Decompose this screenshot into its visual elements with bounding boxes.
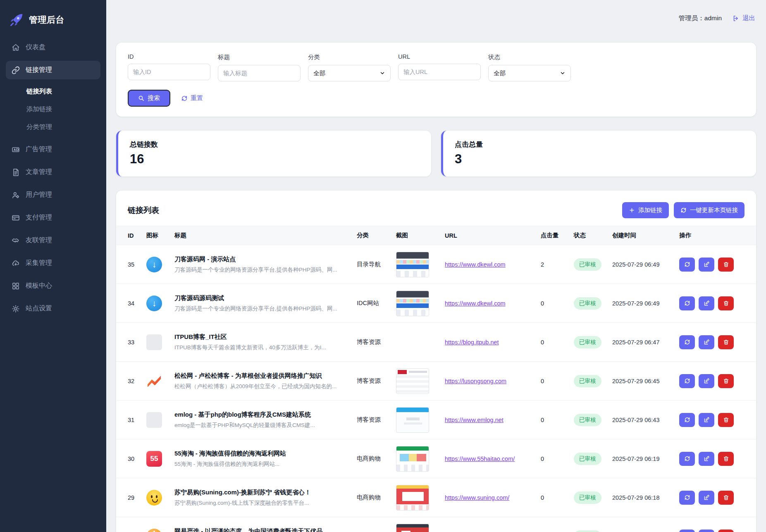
filter-category-label: 分类 [308,53,391,61]
sync-icon [680,207,687,213]
link-url[interactable]: https://www.55haitao.com/ [445,456,520,462]
created-time: 2025-07-29 06:19 [612,456,679,462]
row-edit-button[interactable] [699,335,714,349]
sidebar-item[interactable]: 友联管理 [6,231,100,250]
row-edit-button[interactable] [699,452,714,466]
refresh-icon [684,300,690,306]
link-url[interactable]: https://lusongsong.com [445,378,512,384]
link-url[interactable]: https://www.dkewl.com [445,300,511,307]
sidebar-item[interactable]: 仪表盘 [6,38,100,57]
link-category: IDC网站 [357,299,396,307]
reset-button[interactable]: 重置 [181,94,203,102]
row-delete-button[interactable] [718,374,734,388]
category-select[interactable]: 全部 [308,65,391,81]
refresh-icon [684,417,690,423]
filter-card: ID 标题 分类 全部 URL 状态 全部 [116,43,756,117]
row-refresh-button[interactable] [679,413,695,427]
logout-button[interactable]: 退出 [733,14,755,23]
search-button[interactable]: 搜索 [128,90,170,107]
sidebar-item-icon [12,66,20,74]
row-id: 35 [128,261,146,268]
sidebar-item[interactable]: 站点设置 [6,299,100,318]
screenshot-thumbnail[interactable] [396,524,429,532]
filter-id-input[interactable] [128,64,210,80]
screenshot-thumbnail[interactable] [396,368,429,394]
created-time: 2025-07-29 06:18 [612,494,679,501]
main-area: 管理员：admin 退出 ID 标题 分类 全部 [106,0,766,532]
row-refresh-button[interactable] [679,335,695,349]
row-refresh-button[interactable] [679,374,695,388]
link-url[interactable]: https://www.suning.com/ [445,494,515,501]
screenshot-thumbnail[interactable] [396,407,429,433]
sidebar-item-label: 友联管理 [26,236,52,245]
add-link-label: 添加链接 [638,206,662,214]
sidebar-item[interactable]: 文章管理 [6,163,100,181]
row-delete-button[interactable] [718,413,734,427]
row-refresh-button[interactable] [679,258,695,272]
sidebar-item[interactable]: 模板中心 [6,277,100,295]
chevron-down-icon [560,70,566,76]
row-delete-button[interactable] [718,258,734,272]
sidebar-item-icon [12,236,20,245]
row-id: 33 [128,339,146,346]
col-category: 分类 [357,231,396,239]
sidebar-item[interactable]: 广告管理 [6,140,100,159]
sidebar-item-label: 模板中心 [26,282,52,290]
add-link-button[interactable]: 添加链接 [622,202,669,218]
row-delete-button[interactable] [718,335,734,349]
row-delete-button[interactable] [718,452,734,466]
sidebar-item[interactable]: 支付管理 [6,208,100,227]
row-refresh-button[interactable] [679,491,695,505]
created-time: 2025-07-29 06:49 [612,261,679,268]
sidebar-item[interactable]: 用户管理 [6,186,100,204]
status-select-value: 全部 [494,69,506,77]
filter-url-input[interactable] [398,64,481,80]
status-select[interactable]: 全部 [488,65,571,81]
filter-id-label: ID [128,53,210,60]
sidebar-item[interactable]: 采集管理 [6,254,100,272]
logout-icon [733,15,740,22]
row-delete-button[interactable] [718,296,734,310]
row-refresh-button[interactable] [679,296,695,310]
click-count: 2 [541,261,574,268]
sidebar-item-label: 文章管理 [26,168,52,177]
screenshot-thumbnail[interactable] [396,446,429,472]
table-row: 34 刀客源码源码测试 刀客源码是一个专业的网络资源分享平台,提供各种PHP源码… [116,284,756,323]
screenshot-thumbnail[interactable] [396,252,429,277]
sidebar-subitem[interactable]: 分类管理 [6,118,100,136]
link-url[interactable]: https://www.dkewl.com [445,261,511,268]
topbar: 管理员：admin 退出 [106,0,766,36]
row-delete-button[interactable] [718,491,734,505]
site-icon [146,334,162,350]
stat-card-total-links: 总链接数 16 [116,131,431,177]
link-url[interactable]: https://blog.itpub.net [445,339,505,346]
logout-label: 退出 [742,14,755,23]
created-time: 2025-07-29 06:49 [612,300,679,307]
site-icon [146,412,162,428]
sidebar-subitem[interactable]: 链接列表 [6,83,100,100]
row-edit-button[interactable] [699,374,714,388]
col-title: 标题 [174,231,357,239]
screenshot-thumbnail[interactable] [396,291,429,316]
sidebar-subitem[interactable]: 添加链接 [6,100,100,118]
row-delete-button[interactable] [718,530,734,532]
screenshot-thumbnail[interactable] [396,485,429,511]
sidebar-item[interactable]: 链接管理 [6,61,100,79]
stat-label: 点击总量 [455,140,745,149]
link-url[interactable]: https://www.emlog.net [445,417,509,423]
row-edit-button[interactable] [699,258,714,272]
row-refresh-button[interactable] [679,530,695,532]
row-edit-button[interactable] [699,413,714,427]
row-edit-button[interactable] [699,530,714,532]
row-edit-button[interactable] [699,491,714,505]
row-refresh-button[interactable] [679,452,695,466]
table-header: ID 图标 标题 分类 截图 URL 点击量 状态 创建时间 操作 [116,226,756,245]
sidebar-item-icon [12,259,20,267]
row-edit-button[interactable] [699,296,714,310]
col-url: URL [445,232,541,239]
click-count: 0 [541,494,574,501]
update-page-links-button[interactable]: 一键更新本页链接 [674,202,745,218]
filter-title-input[interactable] [218,65,301,81]
plus-icon [629,207,635,213]
sidebar-item-label: 采集管理 [26,259,52,267]
